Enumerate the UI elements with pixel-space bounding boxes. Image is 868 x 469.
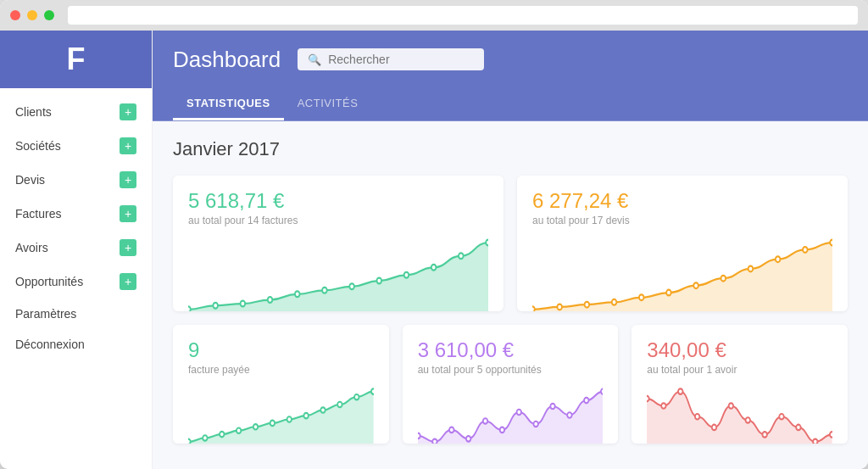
cards-grid-top: 5 618,71 €au total pour 14 factures 6 27… bbox=[173, 176, 848, 311]
nav-item-label: Clients bbox=[15, 105, 52, 119]
svg-point-51 bbox=[695, 414, 699, 419]
main-header: Dashboard 🔍 bbox=[153, 31, 868, 88]
maximize-button[interactable] bbox=[44, 10, 54, 20]
svg-point-50 bbox=[678, 388, 682, 394]
svg-point-45 bbox=[567, 412, 571, 417]
sidebar-item-avoirs[interactable]: Avoirs+ bbox=[0, 231, 152, 265]
svg-point-4 bbox=[295, 291, 300, 297]
sidebar-item-devis[interactable]: Devis+ bbox=[0, 163, 152, 197]
svg-point-42 bbox=[516, 410, 520, 415]
main-content: Dashboard 🔍 STATISTIQUESACTIVITÉS Janvie… bbox=[153, 31, 868, 469]
svg-point-5 bbox=[322, 288, 327, 293]
card-label: au total pour 5 opportunités bbox=[418, 364, 604, 376]
svg-point-37 bbox=[432, 439, 437, 444]
svg-point-18 bbox=[693, 282, 698, 288]
close-button[interactable] bbox=[10, 10, 20, 20]
svg-point-54 bbox=[746, 417, 750, 422]
search-box: 🔍 bbox=[298, 48, 484, 70]
sidebar-nav: Clients+Sociétés+Devis+Factures+Avoirs+O… bbox=[0, 88, 152, 469]
nav-plus-button[interactable]: + bbox=[120, 273, 136, 290]
card-factures: 5 618,71 €au total pour 14 factures bbox=[173, 176, 504, 311]
svg-point-22 bbox=[803, 247, 808, 253]
card-avoirs: 340,00 €au total pour 1 avoir bbox=[632, 325, 848, 444]
sidebar-item-societes[interactable]: Sociétés+ bbox=[0, 129, 152, 163]
sidebar-item-deconnexion[interactable]: Déconnexion bbox=[0, 329, 152, 360]
svg-point-12 bbox=[532, 306, 535, 311]
card-value: 5 618,71 € bbox=[188, 189, 488, 213]
sidebar-item-factures[interactable]: Factures+ bbox=[0, 197, 152, 231]
svg-point-32 bbox=[320, 407, 325, 412]
svg-point-26 bbox=[220, 432, 224, 437]
card-label: au total pour 14 factures bbox=[188, 215, 488, 226]
nav-plus-button[interactable]: + bbox=[120, 137, 136, 154]
svg-point-57 bbox=[797, 425, 801, 430]
svg-point-2 bbox=[241, 301, 246, 307]
svg-point-3 bbox=[268, 297, 273, 303]
svg-point-43 bbox=[533, 422, 537, 427]
svg-point-48 bbox=[647, 396, 649, 401]
cards-grid-bottom: 9facture payée 3 610,00 €au total pour 5… bbox=[173, 325, 848, 444]
card-chart bbox=[532, 235, 832, 311]
nav-plus-button[interactable]: + bbox=[120, 171, 136, 188]
card-facture-payee: 9facture payée bbox=[173, 325, 389, 444]
svg-point-39 bbox=[466, 436, 470, 441]
card-chart bbox=[188, 384, 374, 444]
svg-point-55 bbox=[763, 432, 767, 437]
nav-item-label: Sociétés bbox=[15, 139, 61, 153]
svg-point-15 bbox=[612, 299, 617, 305]
svg-point-23 bbox=[830, 240, 832, 246]
svg-point-47 bbox=[601, 388, 604, 394]
nav-item-label: Paramètres bbox=[15, 307, 76, 321]
card-chart bbox=[418, 384, 604, 444]
card-label: facture payée bbox=[188, 364, 374, 376]
card-value: 3 610,00 € bbox=[418, 338, 604, 362]
svg-point-35 bbox=[371, 388, 374, 394]
sidebar-item-opportunites[interactable]: Opportunités+ bbox=[0, 265, 152, 299]
browser-window: F Clients+Sociétés+Devis+Factures+Avoirs… bbox=[0, 0, 868, 469]
svg-point-9 bbox=[431, 265, 437, 271]
sidebar: F Clients+Sociétés+Devis+Factures+Avoirs… bbox=[0, 31, 153, 469]
svg-point-41 bbox=[499, 427, 504, 433]
nav-item-label: Opportunités bbox=[15, 275, 83, 288]
card-chart bbox=[188, 235, 488, 311]
card-chart bbox=[647, 384, 832, 444]
sidebar-item-clients[interactable]: Clients+ bbox=[0, 95, 152, 129]
card-label: au total pour 17 devis bbox=[532, 215, 832, 226]
tabs-bar: STATISTIQUESACTIVITÉS bbox=[153, 88, 868, 121]
url-bar[interactable] bbox=[68, 6, 858, 25]
tab-statistiques[interactable]: STATISTIQUES bbox=[173, 88, 284, 120]
sidebar-item-parametres[interactable]: Paramètres bbox=[0, 299, 152, 329]
svg-point-56 bbox=[780, 414, 784, 419]
svg-point-1 bbox=[213, 303, 218, 309]
svg-point-13 bbox=[557, 304, 562, 310]
card-devis: 6 277,24 €au total pour 17 devis bbox=[517, 176, 848, 311]
card-label: au total pour 1 avoir bbox=[647, 364, 832, 376]
nav-plus-button[interactable]: + bbox=[120, 239, 136, 256]
app-container: F Clients+Sociétés+Devis+Factures+Avoirs… bbox=[0, 31, 868, 469]
svg-point-40 bbox=[482, 418, 487, 423]
tab-activités[interactable]: ACTIVITÉS bbox=[284, 88, 372, 120]
svg-point-17 bbox=[666, 290, 671, 296]
svg-point-21 bbox=[776, 256, 781, 262]
svg-point-31 bbox=[303, 413, 308, 418]
svg-point-33 bbox=[337, 402, 342, 407]
browser-bar bbox=[0, 0, 868, 31]
svg-point-10 bbox=[459, 253, 464, 259]
svg-point-46 bbox=[584, 398, 588, 403]
nav-plus-button[interactable]: + bbox=[120, 103, 136, 120]
nav-plus-button[interactable]: + bbox=[120, 205, 136, 222]
card-opportunites: 3 610,00 €au total pour 5 opportunités bbox=[403, 325, 619, 444]
svg-point-44 bbox=[550, 404, 554, 409]
svg-point-11 bbox=[486, 240, 488, 246]
svg-point-58 bbox=[813, 439, 817, 444]
svg-point-38 bbox=[449, 427, 453, 433]
search-icon: 🔍 bbox=[308, 53, 321, 66]
logo-text: F bbox=[67, 44, 86, 75]
page-title: Dashboard bbox=[173, 47, 281, 73]
svg-point-16 bbox=[639, 294, 644, 300]
svg-point-24 bbox=[188, 439, 191, 444]
search-input[interactable] bbox=[328, 53, 464, 66]
minimize-button[interactable] bbox=[27, 10, 37, 20]
svg-point-36 bbox=[418, 433, 420, 438]
nav-item-label: Devis bbox=[15, 173, 45, 187]
